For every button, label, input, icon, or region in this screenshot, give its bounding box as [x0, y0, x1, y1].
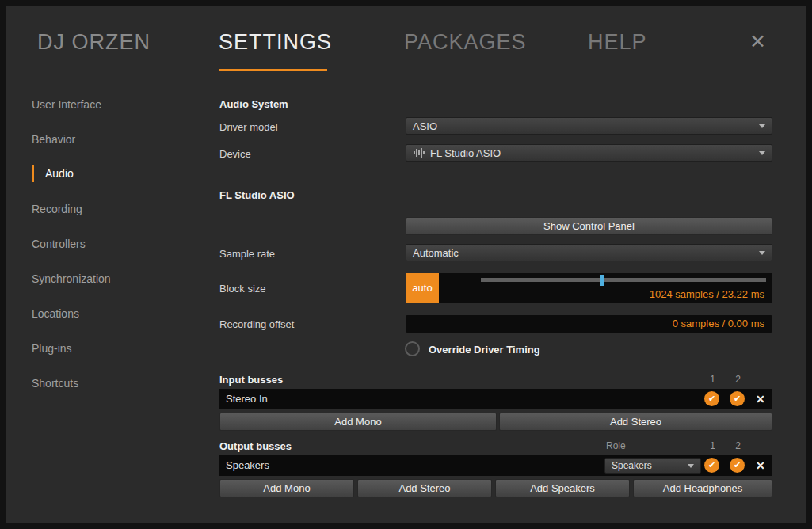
waveform-icon — [413, 147, 425, 158]
output-add-speakers-button[interactable]: Add Speakers — [495, 479, 630, 497]
tab-packages[interactable]: PACKAGES — [404, 30, 527, 55]
app-brand: DJ ORZEN — [37, 30, 151, 55]
output-col-1: 1 — [705, 440, 720, 451]
output-add-stereo-button[interactable]: Add Stereo — [357, 479, 492, 497]
settings-dialog — [6, 6, 806, 523]
input-channel-1-check-icon[interactable]: ✔ — [704, 391, 719, 406]
sidebar-item-user-interface[interactable]: User Interface — [32, 96, 101, 113]
input-bus-name: Stereo In — [226, 389, 268, 409]
output-col-2: 2 — [730, 440, 745, 451]
sidebar-item-behavior[interactable]: Behavior — [32, 131, 75, 148]
auto-block-size-button[interactable]: auto — [406, 273, 439, 303]
recording-offset-value[interactable]: 0 samples / 0.00 ms — [406, 315, 772, 333]
sidebar-item-audio[interactable]: Audio — [32, 165, 74, 182]
driver-model-value: ASIO — [413, 120, 437, 132]
block-size-value: 1024 samples / 23.22 ms — [650, 288, 764, 300]
device-section-heading: FL Studio ASIO — [219, 189, 295, 201]
output-bus-row: Speakers Speakers ✔ ✔ ✕ — [219, 455, 772, 476]
output-role-select[interactable]: Speakers — [604, 458, 701, 474]
override-driver-timing-toggle[interactable] — [405, 341, 420, 356]
device-value: FL Studio ASIO — [430, 147, 501, 159]
input-col-2: 2 — [730, 374, 745, 385]
chevron-down-icon — [759, 151, 765, 155]
output-role-value: Speakers — [612, 460, 652, 471]
device-select[interactable]: FL Studio ASIO — [406, 144, 772, 162]
output-add-headphones-button[interactable]: Add Headphones — [633, 479, 772, 497]
input-add-stereo-button[interactable]: Add Stereo — [499, 413, 772, 431]
output-busses-heading: Output busses — [219, 440, 292, 452]
input-busses-heading: Input busses — [219, 374, 283, 386]
sample-rate-value: Automatic — [413, 247, 459, 259]
block-size-panel: 1024 samples / 23.22 ms — [439, 273, 772, 303]
audio-system-heading: Audio System — [219, 98, 288, 110]
sidebar-item-shortcuts[interactable]: Shortcuts — [32, 375, 78, 392]
close-icon[interactable]: ✕ — [749, 30, 766, 53]
driver-model-label: Driver model — [219, 121, 278, 133]
driver-model-select[interactable]: ASIO — [406, 117, 772, 135]
input-bus-delete-icon[interactable]: ✕ — [756, 389, 765, 409]
tab-settings[interactable]: SETTINGS — [219, 30, 332, 55]
input-channel-2-check-icon[interactable]: ✔ — [730, 391, 745, 406]
block-size-slider-track[interactable] — [481, 278, 766, 282]
chevron-down-icon — [688, 464, 694, 468]
override-driver-timing-label: Override Driver Timing — [429, 344, 540, 356]
sample-rate-label: Sample rate — [219, 248, 275, 260]
tab-help[interactable]: HELP — [588, 30, 647, 55]
input-col-1: 1 — [705, 374, 720, 385]
sidebar-item-controllers[interactable]: Controllers — [32, 235, 86, 253]
output-channel-1-check-icon[interactable]: ✔ — [704, 458, 719, 473]
block-size-slider-handle[interactable] — [600, 275, 604, 286]
sidebar-item-recording[interactable]: Recording — [32, 200, 82, 218]
sidebar-item-locations[interactable]: Locations — [32, 305, 79, 322]
sidebar-item-synchronization[interactable]: Synchronization — [32, 270, 111, 287]
output-add-mono-button[interactable]: Add Mono — [219, 479, 354, 497]
input-add-mono-button[interactable]: Add Mono — [219, 413, 497, 431]
sample-rate-select[interactable]: Automatic — [406, 244, 772, 261]
active-tab-underline — [219, 69, 327, 71]
block-size-label: Block size — [219, 283, 266, 295]
output-channel-2-check-icon[interactable]: ✔ — [730, 458, 745, 473]
show-control-panel-button[interactable]: Show Control Panel — [406, 217, 772, 235]
chevron-down-icon — [759, 124, 765, 128]
role-column-label: Role — [606, 440, 626, 451]
sidebar-item-plugins[interactable]: Plug-ins — [32, 340, 72, 357]
output-bus-name: Speakers — [226, 455, 269, 476]
output-bus-delete-icon[interactable]: ✕ — [756, 455, 765, 476]
input-bus-row: Stereo In ✔ ✔ ✕ — [219, 389, 772, 409]
chevron-down-icon — [759, 251, 765, 255]
recording-offset-label: Recording offset — [219, 318, 294, 330]
device-label: Device — [219, 148, 251, 160]
